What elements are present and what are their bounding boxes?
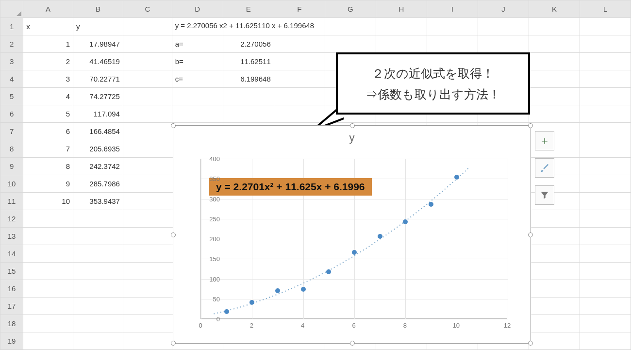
cell[interactable] xyxy=(580,298,631,315)
cell[interactable]: y = 2.270056 x2 + 11.625110 x + 6.199648 xyxy=(172,18,223,35)
select-all-corner[interactable] xyxy=(0,0,23,18)
col-header-A[interactable]: A xyxy=(23,0,73,18)
chart-style-button[interactable] xyxy=(535,158,554,178)
row-header[interactable]: 11 xyxy=(0,193,23,210)
cell[interactable] xyxy=(123,280,172,298)
col-header-B[interactable]: B xyxy=(73,0,123,18)
cell[interactable] xyxy=(123,88,172,105)
chart-handle[interactable] xyxy=(171,232,176,237)
row-header[interactable]: 4 xyxy=(0,70,23,88)
cell[interactable] xyxy=(580,263,631,280)
cell[interactable] xyxy=(123,332,172,350)
cell[interactable] xyxy=(73,298,123,315)
cell[interactable] xyxy=(73,280,123,298)
cell[interactable] xyxy=(123,210,172,228)
row-header[interactable]: 2 xyxy=(0,35,23,53)
cell[interactable] xyxy=(580,228,631,245)
cell[interactable]: 7 xyxy=(23,140,73,158)
cell[interactable]: 117.094 xyxy=(73,105,123,123)
col-header-K[interactable]: K xyxy=(529,0,580,18)
cell[interactable]: 2 xyxy=(23,53,73,70)
cell[interactable]: 10 xyxy=(23,193,73,210)
col-header-F[interactable]: F xyxy=(274,0,325,18)
data-point[interactable] xyxy=(275,288,280,293)
cell[interactable] xyxy=(529,53,580,70)
cell[interactable] xyxy=(376,18,427,35)
cell[interactable] xyxy=(580,35,631,53)
cell[interactable] xyxy=(529,88,580,105)
cell[interactable] xyxy=(274,88,325,105)
cell[interactable] xyxy=(23,298,73,315)
cell[interactable] xyxy=(123,193,172,210)
row-header[interactable]: 13 xyxy=(0,228,23,245)
chart-handle[interactable] xyxy=(171,123,176,128)
cell[interactable] xyxy=(529,35,580,53)
col-header-E[interactable]: E xyxy=(223,0,274,18)
chart-handle[interactable] xyxy=(528,123,533,128)
cell[interactable] xyxy=(580,53,631,70)
cell[interactable] xyxy=(123,158,172,175)
cell[interactable]: y xyxy=(73,18,123,35)
row-header[interactable]: 6 xyxy=(0,105,23,123)
chart-filter-button[interactable] xyxy=(535,185,554,205)
cell[interactable]: 41.46519 xyxy=(73,53,123,70)
row-header[interactable]: 15 xyxy=(0,263,23,280)
cell[interactable] xyxy=(529,280,580,298)
cell[interactable]: 205.6935 xyxy=(73,140,123,158)
cell[interactable] xyxy=(123,70,172,88)
cell[interactable] xyxy=(123,315,172,332)
cell[interactable] xyxy=(23,315,73,332)
cell[interactable] xyxy=(223,105,274,123)
cell[interactable]: b= xyxy=(172,53,223,70)
row-header[interactable]: 8 xyxy=(0,140,23,158)
cell[interactable] xyxy=(172,88,223,105)
cell[interactable] xyxy=(580,105,631,123)
cell[interactable] xyxy=(123,175,172,193)
data-point[interactable] xyxy=(403,219,408,224)
cell[interactable] xyxy=(274,53,325,70)
cell[interactable] xyxy=(580,18,631,35)
row-header[interactable]: 17 xyxy=(0,298,23,315)
cell[interactable] xyxy=(73,315,123,332)
col-header-H[interactable]: H xyxy=(376,0,427,18)
row-header[interactable]: 16 xyxy=(0,280,23,298)
cell[interactable] xyxy=(123,263,172,280)
chart-handle[interactable] xyxy=(528,341,533,346)
cell[interactable]: 74.27725 xyxy=(73,88,123,105)
cell[interactable]: x xyxy=(23,18,73,35)
chart-add-element-button[interactable]: ＋ xyxy=(535,131,554,150)
cell[interactable] xyxy=(580,88,631,105)
cell[interactable] xyxy=(529,298,580,315)
col-header-C[interactable]: C xyxy=(123,0,172,18)
col-header-G[interactable]: G xyxy=(325,0,376,18)
cell[interactable]: 6.199648 xyxy=(223,70,274,88)
cell[interactable] xyxy=(123,298,172,315)
cell[interactable] xyxy=(123,35,172,53)
row-header[interactable]: 5 xyxy=(0,88,23,105)
cell[interactable] xyxy=(123,18,172,35)
row-header[interactable]: 12 xyxy=(0,210,23,228)
data-point[interactable] xyxy=(454,175,459,180)
data-point[interactable] xyxy=(378,234,382,239)
row-header[interactable]: 19 xyxy=(0,332,23,350)
cell[interactable] xyxy=(172,105,223,123)
row-header[interactable]: 18 xyxy=(0,315,23,332)
cell[interactable] xyxy=(274,35,325,53)
cell[interactable] xyxy=(23,280,73,298)
col-header-J[interactable]: J xyxy=(478,0,529,18)
cell[interactable] xyxy=(529,105,580,123)
cell[interactable] xyxy=(73,263,123,280)
cell[interactable] xyxy=(580,193,631,210)
data-point[interactable] xyxy=(301,287,306,292)
cell[interactable] xyxy=(529,18,580,35)
cell[interactable] xyxy=(73,245,123,263)
col-header-I[interactable]: I xyxy=(427,0,478,18)
cell[interactable]: 166.4854 xyxy=(73,123,123,140)
cell[interactable] xyxy=(529,315,580,332)
cell[interactable] xyxy=(274,70,325,88)
cell[interactable] xyxy=(223,88,274,105)
cell[interactable] xyxy=(123,245,172,263)
cell[interactable]: 285.7986 xyxy=(73,175,123,193)
embedded-chart[interactable]: y y = 2.2701x² + 11.625x + 6.1996 050100… xyxy=(173,125,531,344)
row-header[interactable]: 3 xyxy=(0,53,23,70)
